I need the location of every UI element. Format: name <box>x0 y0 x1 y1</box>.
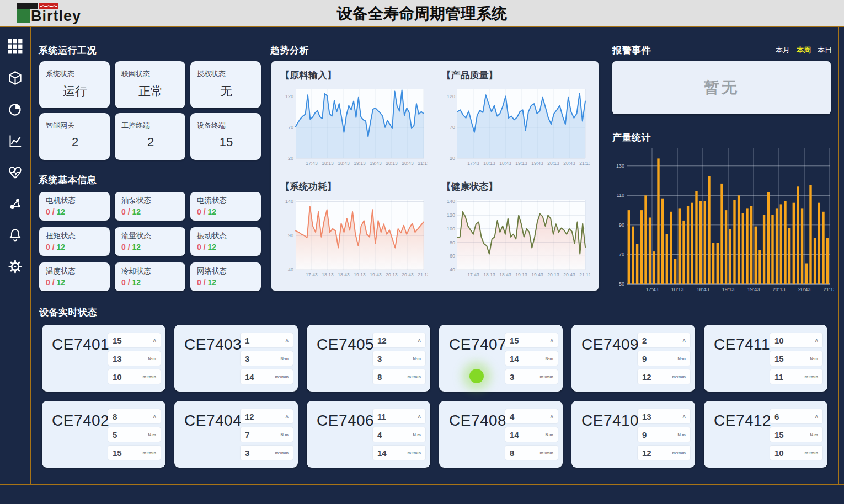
app-root: Birtley 设备全寿命周期管理系统 系统运行工况 系统状态 运行联网状态 正… <box>0 0 844 504</box>
device-metric-unit: A <box>286 414 289 419</box>
info-card-label: 扭矩状态 <box>46 231 104 241</box>
status-card-value: 正常 <box>121 83 180 100</box>
device-metric-value: 15 <box>113 336 122 345</box>
total-count: 12 <box>207 278 216 287</box>
chart-title: 【系统功耗】 <box>280 180 429 196</box>
svg-text:18:43: 18:43 <box>697 287 709 292</box>
device-metric-unit: A <box>815 338 818 343</box>
device-name: CE7401 <box>52 336 109 353</box>
device-metric-value: 14 <box>245 372 254 382</box>
device-metric-value: 12 <box>642 448 651 458</box>
device-metric-unit: N·m <box>810 356 818 361</box>
alarm-empty-card: 暂无 <box>612 61 831 114</box>
main-area: 系统运行工况 系统状态 运行联网状态 正常授权状态 无智能网关 2工控终端 2设… <box>0 27 844 485</box>
device-metrics: 12 A 7 N·m 3 m³/min <box>241 409 293 460</box>
device-metrics: 11 A 4 N·m 14 m³/min <box>373 409 425 460</box>
device-card-CE7404[interactable]: CE7404 12 A 7 N·m 3 m³/min <box>174 401 298 468</box>
trend-title: 趋势分析 <box>270 44 309 57</box>
device-metric-row: 14 N·m <box>505 351 558 366</box>
device-metric-row: 10 m³/min <box>770 446 822 460</box>
svg-text:17:43: 17:43 <box>467 272 479 277</box>
device-card-CE7405[interactable]: CE7405 12 A 3 N·m 8 m³/min <box>307 325 430 392</box>
device-metric-value: 3 <box>510 372 514 382</box>
device-metric-unit: m³/min <box>275 374 289 379</box>
device-card-CE7412[interactable]: CE7412 6 A 15 N·m 10 m³/min <box>704 401 827 468</box>
device-metric-value: 8 <box>377 372 382 382</box>
device-metric-unit: A <box>683 414 686 419</box>
device-metric-row: 3 N·m <box>241 351 293 366</box>
info-card-counts: 0 / 12 <box>46 207 104 216</box>
health-status-chart: 40608010012014017:4318:1318:4319:1319:43… <box>442 196 590 280</box>
status-card: 设备终端 15 <box>190 113 261 160</box>
alarm-tab[interactable]: 本月 <box>776 45 790 55</box>
sidebar-item-gear[interactable] <box>8 259 23 274</box>
chart-title: 【产品质量】 <box>442 69 590 84</box>
svg-text:40: 40 <box>288 267 293 272</box>
status-card-label: 设备终端 <box>197 121 255 131</box>
device-card-CE7410[interactable]: CE7410 13 A 9 N·m 12 m³/min <box>571 401 695 468</box>
device-name: CE7404 <box>184 412 242 430</box>
svg-text:19:43: 19:43 <box>370 160 382 166</box>
alarm-tab[interactable]: 本周 <box>797 45 811 55</box>
sidebar-item-health-heart[interactable] <box>8 165 23 180</box>
devices-title: 设备实时状态 <box>39 306 97 319</box>
total-count: 12 <box>132 243 141 251</box>
device-metric-row: 14 m³/min <box>373 446 425 460</box>
sidebar-item-bell[interactable] <box>8 228 23 243</box>
total-count: 12 <box>56 207 65 216</box>
sidebar-item-pie-chart[interactable] <box>8 102 23 117</box>
device-card-CE7403[interactable]: CE7403 1 A 3 N·m 14 m³/min <box>174 325 298 392</box>
svg-text:120: 120 <box>446 212 455 218</box>
alarm-empty-text: 暂无 <box>704 77 739 98</box>
sidebar-item-line-chart[interactable] <box>8 133 23 148</box>
info-card-counts: 0 / 12 <box>197 278 255 287</box>
molecule-icon <box>8 196 23 211</box>
device-metric-row: 2 A <box>638 333 690 347</box>
device-card-CE7408[interactable]: CE7408 4 A 14 N·m 8 m³/min <box>439 401 563 468</box>
device-metrics: 6 A 15 N·m 10 m³/min <box>770 409 822 460</box>
svg-text:19:13: 19:13 <box>354 272 366 277</box>
device-metric-unit: N·m <box>677 356 686 361</box>
device-card-CE7402[interactable]: CE7402 8 A 5 N·m 15 m³/min <box>42 401 165 468</box>
status-card: 联网状态 正常 <box>115 61 185 108</box>
info-card-label: 电机状态 <box>46 196 104 206</box>
device-card-CE7411[interactable]: CE7411 10 A 15 N·m 11 m³/min <box>704 325 827 392</box>
device-metrics: 4 A 14 N·m 8 m³/min <box>505 409 558 460</box>
device-card-CE7407[interactable]: CE7407 15 A 14 N·m 3 m³/min <box>439 325 563 392</box>
svg-text:20: 20 <box>449 156 455 161</box>
sidebar-item-cube[interactable] <box>8 71 23 85</box>
info-card-label: 冷却状态 <box>121 266 180 276</box>
device-name: CE7407 <box>449 336 506 353</box>
device-metric-unit: A <box>551 414 553 419</box>
device-card-CE7401[interactable]: CE7401 15 A 13 N·m 10 m³/min <box>42 325 165 392</box>
device-metric-row: 3 m³/min <box>505 369 558 384</box>
device-metric-unit: m³/min <box>804 374 818 379</box>
total-count: 12 <box>207 243 216 251</box>
svg-text:18:43: 18:43 <box>499 272 511 277</box>
device-metric-row: 13 N·m <box>108 351 161 366</box>
pie-chart-icon <box>8 102 23 117</box>
device-metric-unit: A <box>153 414 156 419</box>
trend-panel: 【原料输入】207012017:4318:1318:4319:1319:4320… <box>271 61 599 291</box>
device-metric-row: 3 m³/min <box>241 446 293 460</box>
total-count: 12 <box>56 243 65 251</box>
device-metric-row: 13 A <box>638 409 690 423</box>
svg-text:120: 120 <box>285 94 293 99</box>
device-metric-row: 7 N·m <box>241 427 293 442</box>
sidebar-item-molecule[interactable] <box>8 196 23 211</box>
device-card-CE7409[interactable]: CE7409 2 A 9 N·m 12 m³/min <box>571 325 695 392</box>
device-metric-row: 12 A <box>241 409 293 423</box>
info-card-label: 油泵状态 <box>121 196 180 206</box>
device-metric-row: 1 A <box>241 333 293 347</box>
device-metric-value: 14 <box>377 448 387 458</box>
svg-text:18:13: 18:13 <box>483 272 495 277</box>
sidebar-item-apps-grid[interactable] <box>8 39 23 54</box>
svg-text:130: 130 <box>616 163 624 169</box>
device-metric-value: 12 <box>245 412 254 421</box>
svg-text:21:13: 21:13 <box>418 160 428 166</box>
device-metric-unit: m³/min <box>539 451 553 455</box>
alarm-tab[interactable]: 本日 <box>818 45 832 55</box>
device-metric-value: 12 <box>642 372 651 382</box>
chart-title: 【健康状态】 <box>442 180 590 196</box>
device-card-CE7406[interactable]: CE7406 11 A 4 N·m 14 m³/min <box>307 401 430 468</box>
